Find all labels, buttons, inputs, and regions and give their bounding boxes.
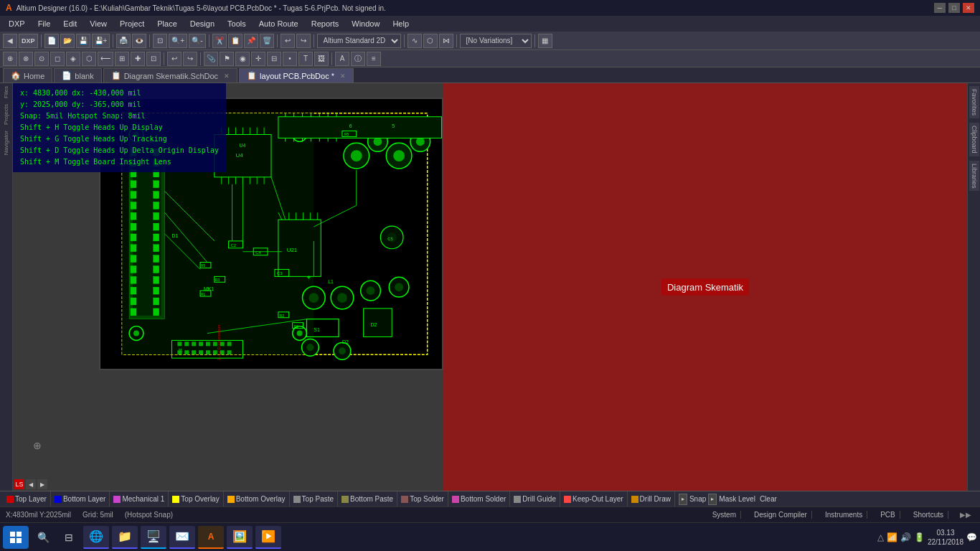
canvas-area[interactable]: Diagram Skematik: [13, 83, 967, 491]
tb2-6[interactable]: ⬡: [82, 52, 96, 66]
tb2-1[interactable]: ⊕: [3, 52, 17, 66]
tb-undo[interactable]: ↩: [281, 34, 295, 48]
close-button[interactable]: ✕: [963, 3, 974, 13]
scroll-fwd[interactable]: ▶: [37, 479, 47, 489]
menu-tools[interactable]: Tools: [222, 18, 252, 29]
tab-pcb[interactable]: 📋 layout PCB.PcbDoc * ✕: [239, 68, 354, 83]
layer-drilldraw[interactable]: Drill Draw: [628, 491, 675, 507]
tb2-2[interactable]: ⊗: [19, 52, 33, 66]
tb-print[interactable]: 🖨️: [116, 34, 131, 48]
tb2-cross[interactable]: ✛: [251, 52, 265, 66]
search-button[interactable]: 🔍: [32, 526, 55, 549]
up-arrow-icon[interactable]: △: [877, 532, 884, 542]
tb-misc1[interactable]: ▦: [538, 34, 552, 48]
tb2-clip[interactable]: 📎: [204, 52, 218, 66]
tb2-align[interactable]: ⊟: [267, 52, 281, 66]
variations-select[interactable]: [No Variations]: [460, 34, 532, 48]
volume-icon[interactable]: 🔊: [900, 532, 911, 542]
tb2-text[interactable]: T: [298, 52, 313, 66]
tb2-flag[interactable]: ⚑: [220, 52, 234, 66]
tb-new[interactable]: 📄: [44, 34, 59, 48]
status-instruments[interactable]: Instruments: [821, 511, 867, 519]
network-icon[interactable]: 📶: [887, 532, 897, 542]
sidebar-projects[interactable]: Projects: [3, 104, 9, 125]
tb2-a1[interactable]: A: [335, 52, 349, 66]
std-view-select[interactable]: Altium Standard 2D: [317, 34, 401, 48]
scroll-back[interactable]: ◀: [26, 479, 36, 489]
layer-topoverlay[interactable]: Top Overlay: [169, 491, 223, 507]
layer-keepout[interactable]: Keep-Out Layer: [560, 491, 628, 507]
taskbar-app-edge[interactable]: 🌐: [83, 526, 109, 549]
sidebar-libraries[interactable]: Libraries: [969, 161, 979, 192]
layer-bottomsolder[interactable]: Bottom Solder: [448, 491, 510, 507]
tab-schematic[interactable]: 📋 Diagram Skematik.SchDoc ✕: [103, 68, 237, 83]
tab-blank[interactable]: 📄 blank: [54, 68, 101, 83]
tb2-a3[interactable]: ≡: [367, 52, 381, 66]
tb-zoom-fit[interactable]: ⊡: [153, 34, 167, 48]
clear-label[interactable]: Clear: [760, 495, 777, 503]
maximize-button[interactable]: □: [948, 3, 960, 13]
minimize-button[interactable]: ─: [934, 3, 946, 13]
menu-help[interactable]: Help: [387, 18, 415, 29]
menu-file[interactable]: File: [32, 18, 57, 29]
status-system[interactable]: System: [708, 511, 741, 519]
tb-zoom-in[interactable]: 🔍+: [169, 34, 187, 48]
taskbar-app-altium[interactable]: A: [198, 526, 224, 549]
task-view-button[interactable]: ⊟: [57, 526, 80, 549]
status-shortcuts[interactable]: Shortcuts: [909, 511, 948, 519]
layer-toplayer[interactable]: Top Layer: [3, 491, 51, 507]
tb-dxp[interactable]: DXP: [19, 34, 38, 48]
layer-bottomoverlay[interactable]: Bottom Overlay: [224, 491, 290, 507]
layer-drillguide[interactable]: Drill Guide: [510, 491, 560, 507]
tb2-3[interactable]: ⊙: [34, 52, 49, 66]
layer-bottompaste[interactable]: Bottom Paste: [338, 491, 397, 507]
tb2-4[interactable]: ◻: [50, 52, 65, 66]
tb2-a2[interactable]: ⓘ: [351, 52, 365, 66]
layer-bottomlayer[interactable]: Bottom Layer: [51, 491, 110, 507]
taskbar-app-mail[interactable]: ✉️: [169, 526, 195, 549]
menu-autoroute[interactable]: Auto Route: [253, 18, 304, 29]
layer-mechanical[interactable]: Mechanical 1: [110, 491, 169, 507]
tb-del[interactable]: 🗑️: [260, 34, 274, 48]
taskbar-app-explorer[interactable]: 📁: [112, 526, 138, 549]
menu-design[interactable]: Design: [184, 18, 220, 29]
tb2-7[interactable]: ⟵: [98, 52, 113, 66]
tab-schematic-close[interactable]: ✕: [224, 72, 230, 80]
tb-paste[interactable]: 📌: [244, 34, 258, 48]
tb2-rt[interactable]: ↩: [167, 52, 182, 66]
tb-back[interactable]: ◀: [3, 34, 17, 48]
clock-display[interactable]: 03.13 22/11/2018: [928, 528, 963, 547]
menu-view[interactable]: View: [84, 18, 113, 29]
snap-button[interactable]: ▸: [679, 494, 687, 505]
tb2-5[interactable]: ◈: [66, 52, 80, 66]
menu-edit[interactable]: Edit: [57, 18, 83, 29]
tb-open[interactable]: 📂: [60, 34, 75, 48]
tab-pcb-close[interactable]: ✕: [340, 72, 346, 80]
tb2-8[interactable]: ⊞: [115, 52, 129, 66]
tb2-undo[interactable]: ↪: [183, 52, 197, 66]
sidebar-clipboard[interactable]: Clipboard: [969, 123, 979, 156]
taskbar-app-store[interactable]: 🖥️: [141, 526, 166, 549]
snap-label[interactable]: Snap: [689, 495, 706, 503]
tb2-img[interactable]: 🖼: [314, 52, 329, 66]
tb-save[interactable]: 💾: [76, 34, 90, 48]
menu-reports[interactable]: Reports: [306, 18, 345, 29]
tb-zoom-out[interactable]: 🔍-: [189, 34, 205, 48]
menu-project[interactable]: Project: [114, 18, 150, 29]
tb-cut[interactable]: ✂️: [212, 34, 227, 48]
layer-topsolder[interactable]: Top Solder: [397, 491, 448, 507]
layer-indicator[interactable]: LS: [14, 479, 24, 489]
menu-dxp[interactable]: DXP: [3, 18, 31, 29]
tb2-dot[interactable]: •: [283, 52, 297, 66]
status-pcb[interactable]: PCB: [876, 511, 900, 519]
tb2-9[interactable]: ✚: [131, 52, 145, 66]
status-design-compiler[interactable]: Design Compiler: [750, 511, 812, 519]
masklevel-label[interactable]: Mask Level: [719, 495, 755, 503]
sidebar-favorites[interactable]: Favorites: [969, 86, 979, 118]
sidebar-navigator[interactable]: Navigator: [3, 131, 9, 155]
tb-preview[interactable]: 👁️: [132, 34, 146, 48]
status-arrow[interactable]: ▶▶: [957, 511, 974, 519]
notification-icon[interactable]: 💬: [966, 532, 977, 542]
tb2-mark[interactable]: ◉: [235, 52, 250, 66]
tb-saveall[interactable]: 💾+: [92, 34, 110, 48]
